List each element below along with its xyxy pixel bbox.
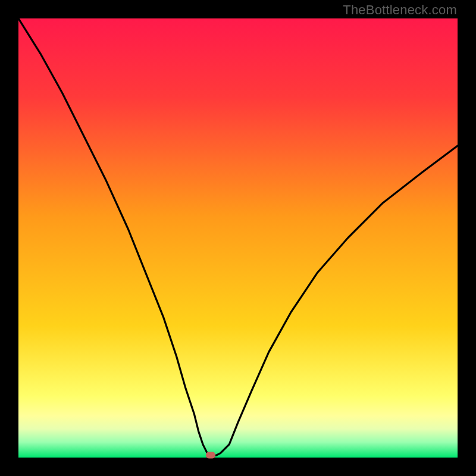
chart-svg	[18, 18, 458, 458]
watermark-text: TheBottleneck.com	[343, 2, 457, 18]
gradient-background	[18, 18, 458, 458]
chart-frame	[18, 18, 458, 458]
